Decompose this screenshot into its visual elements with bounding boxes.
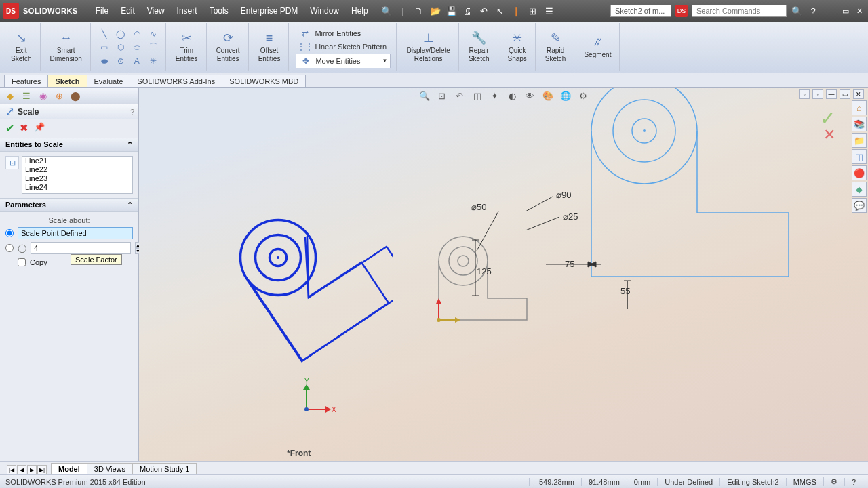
scale-about-radio[interactable]	[5, 229, 14, 237]
tab-nav-last-button[interactable]: ▶|	[37, 465, 47, 474]
open-icon[interactable]: 📂	[429, 5, 441, 17]
entities-selector-icon[interactable]: ⊡	[5, 156, 19, 169]
pm-tab-config-icon[interactable]: ☰	[19, 90, 34, 102]
zoom-fit-icon[interactable]: 🔍	[418, 89, 431, 102]
list-item[interactable]: Line21	[22, 157, 132, 165]
mirror-entities-button[interactable]: ⇄Mirror Entities	[296, 26, 363, 40]
rectangle-icon[interactable]: ▭	[98, 41, 111, 54]
polygon-icon[interactable]: ⬡	[114, 41, 127, 54]
pm-tab-dimxpert-icon[interactable]: ⊕	[52, 90, 66, 102]
linear-pattern-button[interactable]: ⋮⋮Linear Sketch Pattern	[296, 40, 389, 54]
pm-tab-display-icon[interactable]: ◉	[35, 90, 50, 102]
prev-view-icon[interactable]: ↶	[453, 89, 467, 102]
tab-evaluate[interactable]: Evaluate	[87, 75, 131, 87]
maximize-button[interactable]: ▭	[840, 5, 852, 16]
rebuild-icon[interactable]: ❙	[511, 5, 523, 17]
tab-sketch[interactable]: Sketch	[47, 75, 87, 87]
pm-tab-appearance-icon[interactable]: ⬤	[68, 90, 83, 102]
tab-nav-prev-button[interactable]: ◀	[17, 465, 26, 474]
status-options-icon[interactable]: ⚙	[823, 477, 844, 486]
tab-motionstudy[interactable]: Motion Study 1	[132, 463, 197, 474]
taskpane-library-icon[interactable]: 📚	[852, 117, 867, 131]
taskpane-appearance-icon[interactable]: 🔴	[852, 165, 867, 180]
ok-button[interactable]: ✔	[5, 122, 14, 135]
list-item[interactable]: Line24	[22, 183, 132, 192]
status-help-icon[interactable]: ?	[844, 478, 863, 486]
scale-about-combo[interactable]: Scale Point Defined	[18, 227, 133, 239]
slot-icon[interactable]: ⬬	[98, 55, 111, 67]
repair-sketch-button[interactable]: 🔧Repair Sketch	[466, 30, 492, 64]
view-orient-icon[interactable]: ✦	[488, 89, 502, 102]
taskpane-custom-icon[interactable]: ◆	[852, 182, 867, 197]
text-icon[interactable]: A	[130, 55, 144, 67]
save-icon[interactable]: 💾	[446, 5, 458, 17]
menu-window[interactable]: Window	[304, 4, 344, 18]
settings-icon[interactable]: ☰	[543, 5, 555, 17]
select-icon[interactable]: ↖	[494, 5, 507, 17]
exit-sketch-button[interactable]: ↘Exit Sketch	[8, 30, 35, 64]
menu-help[interactable]: Help	[346, 4, 374, 18]
menu-view[interactable]: View	[142, 4, 170, 18]
tab-model[interactable]: Model	[51, 463, 87, 474]
tab-mbd[interactable]: SOLIDWORKS MBD	[222, 75, 306, 87]
menu-file[interactable]: File	[90, 4, 114, 18]
help-icon[interactable]: ?	[807, 5, 819, 17]
search-go-icon[interactable]: 🔍	[791, 5, 803, 17]
tab-features[interactable]: Features	[4, 75, 48, 87]
segment-button[interactable]: ⫽Segment	[581, 34, 614, 60]
offset-entities-button[interactable]: ≡Offset Entities	[256, 30, 283, 64]
vp-close-button[interactable]: ✕	[853, 89, 864, 99]
new-icon[interactable]: 🗋	[413, 5, 425, 17]
scale-factor-input[interactable]	[31, 242, 131, 254]
taskpane-palette-icon[interactable]: ◫	[852, 149, 867, 164]
convert-entities-button[interactable]: ⟳Convert Entities	[214, 30, 243, 64]
rapid-sketch-button[interactable]: ✎Rapid Sketch	[542, 30, 569, 64]
smart-dimension-button[interactable]: ↔Smart Dimension	[47, 30, 85, 64]
quick-snaps-button[interactable]: ✳Quick Snaps	[505, 30, 530, 64]
fillet-icon[interactable]: ⌒	[146, 41, 160, 54]
cancel-button[interactable]: ✖	[20, 122, 28, 135]
menu-enterprise-pdm[interactable]: Enterprise PDM	[235, 4, 304, 18]
circle-icon[interactable]: ◯	[114, 28, 127, 40]
move-entities-dropdown[interactable]: ✥Move Entities▼	[296, 54, 391, 68]
menu-tools[interactable]: Tools	[204, 4, 234, 18]
search-input[interactable]	[692, 5, 787, 17]
section-view-icon[interactable]: ◫	[471, 89, 484, 102]
copy-checkbox[interactable]	[18, 258, 26, 266]
entities-header[interactable]: Entities to Scale ⌃	[0, 138, 138, 152]
menu-insert[interactable]: Insert	[172, 4, 203, 18]
display-style-icon[interactable]: ◐	[506, 89, 519, 102]
document-name[interactable]: Sketch2 of m...	[610, 5, 671, 17]
close-button[interactable]: ✕	[853, 5, 865, 16]
zoom-area-icon[interactable]: ⊡	[435, 89, 449, 102]
plane-icon[interactable]: ✳	[146, 55, 160, 67]
tab-3dviews[interactable]: 3D Views	[87, 463, 133, 474]
graphics-viewport[interactable]: 🔍 ⊡ ↶ ◫ ✦ ◐ 👁 🎨 🌐 ⚙ ▫ ▫ — ▭ ✕ ✓ ✕ ⌂ 📚 📁 …	[139, 88, 868, 461]
pm-help-icon[interactable]: ?	[130, 108, 134, 116]
list-item[interactable]: Line22	[22, 165, 132, 174]
tab-nav-next-button[interactable]: ▶	[27, 465, 37, 474]
search-icon[interactable]: 🔍	[380, 5, 393, 17]
taskpane-explorer-icon[interactable]: 📁	[852, 133, 867, 148]
taskpane-forum-icon[interactable]: 💬	[852, 198, 867, 213]
parameters-header[interactable]: Parameters ⌃	[0, 198, 138, 212]
point-icon[interactable]: ⊙	[114, 55, 127, 67]
trim-entities-button[interactable]: ✂Trim Entities	[173, 30, 201, 64]
ellipse-icon[interactable]: ⬭	[130, 41, 144, 54]
list-item[interactable]: Line23	[22, 174, 132, 183]
pushpin-icon[interactable]: 📌	[34, 122, 45, 135]
taskpane-resources-icon[interactable]: ⌂	[852, 100, 867, 115]
undo-icon[interactable]: ↶	[478, 5, 490, 17]
spline-icon[interactable]: ∿	[146, 28, 160, 40]
tab-nav-first-button[interactable]: |◀	[7, 465, 16, 474]
tab-addins[interactable]: SOLIDWORKS Add-Ins	[130, 75, 222, 87]
display-delete-relations-button[interactable]: ⊥Display/Delete Relations	[403, 30, 452, 64]
print-icon[interactable]: 🖨	[462, 5, 474, 17]
entities-list[interactable]: Line21 Line22 Line23 Line24	[22, 156, 133, 194]
line-icon[interactable]: ╲	[98, 28, 111, 40]
pm-tab-feature-icon[interactable]: ◆	[3, 90, 18, 102]
scale-factor-radio[interactable]	[5, 244, 14, 252]
menu-edit[interactable]: Edit	[115, 4, 140, 18]
options-icon[interactable]: ⊞	[527, 5, 539, 17]
minimize-button[interactable]: —	[826, 5, 838, 16]
